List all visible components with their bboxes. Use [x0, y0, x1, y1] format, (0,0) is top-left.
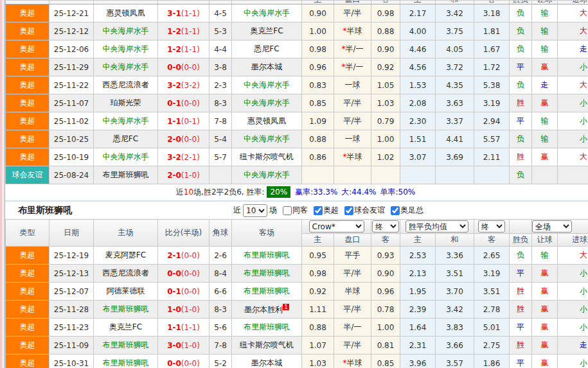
home-team-link[interactable]: 布里斯班狮吼 [94, 301, 158, 319]
away-team-link[interactable]: 中央海岸水手 [232, 4, 302, 22]
home-team-link[interactable]: 中央海岸水手 [94, 148, 158, 166]
handicap-home-odds: 1.00 [302, 22, 334, 40]
score-cell[interactable]: 2-1(0-0) [158, 247, 209, 265]
fulltime-score: 1-0 [167, 305, 181, 314]
summary-stats-text: 场,胜2平2负6, 胜率: [193, 188, 264, 197]
result-wdl: 胜 [510, 337, 532, 355]
single-rate-text: 单率:50% [380, 188, 415, 197]
score-cell[interactable]: 3-2(3-2) [158, 76, 209, 94]
away-team-link[interactable]: 纽卡斯尔喷气机 [232, 148, 302, 166]
score-cell[interactable]: 0-0(0-0) [158, 58, 209, 76]
corner-score: 8-4 [209, 265, 232, 283]
score-cell[interactable]: 3-0(1-0) [158, 337, 209, 355]
home-team-link[interactable]: 中央海岸水手 [94, 58, 158, 76]
score-cell[interactable]: 3-2(2-1) [158, 148, 209, 166]
away-team-link[interactable]: 中央海岸水手 [232, 166, 302, 184]
league-badge: 奥超 [6, 148, 49, 166]
away-team-link[interactable]: 墨尔本城 [232, 355, 302, 368]
result-wdl: 负 [510, 4, 532, 22]
away-team-link[interactable]: 奥克兰FC [232, 22, 302, 40]
home-team-link[interactable]: 西悉尼流浪者 [94, 76, 158, 94]
odds-type-select[interactable]: 胜平负均值 [405, 220, 468, 232]
same-away-filter[interactable]: 同客 [279, 205, 308, 216]
score-cell[interactable]: 0-1(0-0) [158, 94, 209, 112]
header-away: 客场 [232, 220, 302, 247]
home-team-link[interactable]: 中央海岸水手 [94, 112, 158, 130]
home-team-link[interactable]: 奥克兰FC [94, 319, 158, 337]
home-team-link[interactable]: 麦克阿瑟FC [94, 247, 158, 265]
result-goals [558, 166, 588, 184]
match-date: 25-11-28 [49, 301, 94, 319]
away-team-link[interactable]: 墨尔本胜利1 [232, 301, 302, 319]
odds-draw: 3.70 [436, 283, 474, 301]
home-team-link[interactable]: 布里斯班狮吼 [94, 166, 158, 184]
away-team-link[interactable]: 墨尔本城 [232, 58, 302, 76]
score-cell[interactable]: 0-0(0-0) [158, 355, 209, 368]
score-cell[interactable]: 2-0(0-0) [158, 130, 209, 148]
home-team-link[interactable]: 珀斯光荣 [94, 94, 158, 112]
away-team-link[interactable]: 中央海岸水手 [232, 76, 302, 94]
subheader-result-handicap: 让球 [532, 234, 558, 247]
col-header-odds-home: 主 [400, 1, 435, 4]
home-team-link[interactable]: 西悉尼流浪者 [94, 265, 158, 283]
halftime-score: (1-1) [181, 27, 200, 36]
league-badge: 奥超 [6, 355, 49, 368]
away-team-link[interactable]: 中央海岸水手 [232, 130, 302, 148]
result-wdl: 胜 [510, 283, 532, 301]
score-cell[interactable]: 1-2(1-1) [158, 40, 209, 58]
league-filter-ffa-cup[interactable]: 奥足总 [387, 205, 423, 216]
result-handicap: 输 [532, 4, 558, 22]
score-cell[interactable]: 3-1(1-1) [158, 4, 209, 22]
home-team-link[interactable]: 悉尼FC [94, 130, 158, 148]
friendly-checkbox[interactable] [344, 206, 353, 215]
score-cell[interactable]: 2-0(1-0) [158, 166, 209, 184]
away-team-link[interactable]: 布里斯班狮吼 [232, 265, 302, 283]
score-cell[interactable]: 1-0(1-0) [158, 301, 209, 319]
same-away-checkbox[interactable] [283, 206, 292, 215]
away-team-link[interactable]: 布里斯班狮吼 [232, 247, 302, 265]
league-badge: 奥超 [6, 22, 49, 40]
score-cell[interactable]: 1-1(1-1) [158, 319, 209, 337]
home-team-link[interactable]: 阿德莱德联 [94, 283, 158, 301]
away-team-link[interactable]: 中央海岸水手 [232, 94, 302, 112]
handicap-home-odds: 0.85 [302, 94, 334, 112]
ffa-cup-checkbox[interactable] [391, 206, 400, 215]
odds-away-win: 1.86 [474, 355, 510, 368]
handicap-away-odds: 0.88 [371, 22, 400, 40]
home-team-link[interactable]: 中央海岸水手 [94, 40, 158, 58]
handicap-line: 一球 [334, 130, 371, 148]
league-filter-aleague[interactable]: 奥超 [310, 205, 339, 216]
odds-draw: 3.42 [436, 301, 474, 319]
home-team-link[interactable]: 布里斯班狮吼 [94, 355, 158, 368]
result-wdl: 胜 [510, 94, 532, 112]
away-team-link[interactable]: 纽卡斯尔喷气机 [232, 337, 302, 355]
fulltime-score: 0-1 [167, 99, 181, 108]
handicap-line: 一球 [334, 76, 371, 94]
score-cell[interactable]: 0-1(0-0) [158, 283, 209, 301]
handicap-away-odds: 1.00 [371, 319, 400, 337]
odds-away-win: 3.19 [474, 94, 510, 112]
aleague-checkbox[interactable] [314, 206, 323, 215]
bookmaker-select[interactable]: Crow* [309, 220, 364, 232]
near-count-select[interactable]: 10 [243, 204, 267, 217]
home-team-link[interactable]: 布里斯班狮吼 [94, 337, 158, 355]
home-team-link[interactable]: 惠灵顿凤凰 [94, 4, 158, 22]
period-select[interactable]: 全场 [532, 220, 572, 232]
away-team-link[interactable]: 惠灵顿凤凰 [232, 112, 302, 130]
odds-time-select[interactable]: 终 [478, 220, 505, 232]
handicap-time-select[interactable]: 终 [372, 220, 399, 232]
halftime-score: (1-1) [181, 9, 200, 18]
away-team-link[interactable]: 悉尼FC [232, 40, 302, 58]
score-cell[interactable]: 1-1(0-1) [158, 112, 209, 130]
odds-home-win: 3.96 [400, 355, 436, 368]
score-cell[interactable]: 0-0(0-0) [158, 265, 209, 283]
away-team-link[interactable]: 布里斯班狮吼 [232, 283, 302, 301]
score-cell[interactable]: 1-2(1-1) [158, 22, 209, 40]
handicap-line: 平/半 [334, 94, 371, 112]
odds-away-win [474, 166, 510, 184]
match-date: 25-12-07 [49, 283, 94, 301]
away-team-link[interactable]: 布里斯班狮吼 [232, 319, 302, 337]
home-team-link[interactable]: 中央海岸水手 [94, 22, 158, 40]
handicap-away-odds: 0.78 [371, 301, 400, 319]
league-filter-friendly[interactable]: 球会友谊 [341, 205, 385, 216]
